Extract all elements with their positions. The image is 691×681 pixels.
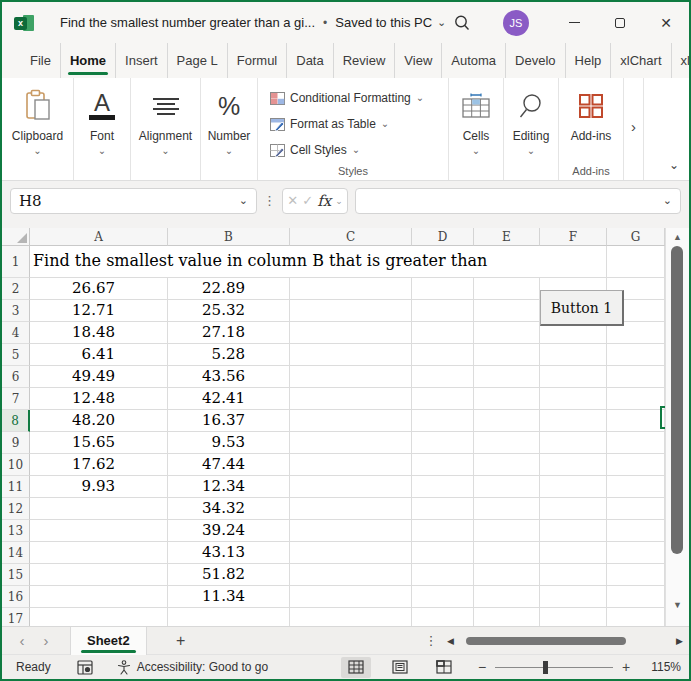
scroll-right-icon[interactable]: ▶ <box>676 636 683 646</box>
row-header-6[interactable]: 6 <box>2 366 30 388</box>
new-sheet-button[interactable]: + <box>169 632 193 650</box>
cell-C15[interactable] <box>290 564 412 586</box>
cell-E16[interactable] <box>474 586 540 608</box>
zoom-slider-thumb[interactable] <box>543 661 548 674</box>
column-header-e[interactable]: E <box>474 228 540 246</box>
menu-tab-pagel[interactable]: Page L <box>168 43 228 78</box>
cell-C8[interactable] <box>290 410 412 432</box>
ribbon-more-button[interactable]: › <box>624 78 644 180</box>
scroll-up-icon[interactable]: ▲ <box>666 232 689 242</box>
cell-D16[interactable] <box>412 586 474 608</box>
cell-C4[interactable] <box>290 322 412 344</box>
menu-tab-data[interactable]: Data <box>287 43 333 78</box>
cell-D3[interactable] <box>412 300 474 322</box>
cell-B7[interactable]: 42.41 <box>168 388 290 410</box>
cell-C9[interactable] <box>290 432 412 454</box>
cell-A15[interactable] <box>30 564 168 586</box>
close-button[interactable]: ✕ <box>643 7 689 39</box>
cell-B10[interactable]: 47.44 <box>168 454 290 476</box>
cell-E3[interactable] <box>474 300 540 322</box>
cell-D5[interactable] <box>412 344 474 366</box>
cell-G14[interactable] <box>607 542 665 564</box>
cell-F13[interactable] <box>540 520 607 542</box>
horizontal-scrollbar-thumb[interactable] <box>466 637 626 645</box>
cell-C7[interactable] <box>290 388 412 410</box>
cell-B12[interactable]: 34.32 <box>168 498 290 520</box>
cell-E7[interactable] <box>474 388 540 410</box>
menu-tab-automa[interactable]: Automa <box>442 43 506 78</box>
menu-tab-xlwings[interactable]: xlwings <box>672 43 689 78</box>
cells-group-button[interactable]: Cells ⌄ <box>449 78 504 180</box>
cell-G11[interactable] <box>607 476 665 498</box>
cell-F12[interactable] <box>540 498 607 520</box>
zoom-out-button[interactable]: − <box>475 659 489 675</box>
cell-F9[interactable] <box>540 432 607 454</box>
cell-F10[interactable] <box>540 454 607 476</box>
avatar[interactable]: JS <box>503 10 529 36</box>
cell-C11[interactable] <box>290 476 412 498</box>
cell-C10[interactable] <box>290 454 412 476</box>
cell-E14[interactable] <box>474 542 540 564</box>
cell-F8[interactable] <box>540 410 607 432</box>
form-control-button[interactable]: Button 1 <box>540 290 624 326</box>
cell-E11[interactable] <box>474 476 540 498</box>
cell-G16[interactable] <box>607 586 665 608</box>
cell-G9[interactable] <box>607 432 665 454</box>
cell-B6[interactable]: 43.56 <box>168 366 290 388</box>
cell-G17[interactable] <box>607 608 665 626</box>
cell-F7[interactable] <box>540 388 607 410</box>
cell-A6[interactable]: 49.49 <box>30 366 168 388</box>
cell-F17[interactable] <box>540 608 607 626</box>
cell-D10[interactable] <box>412 454 474 476</box>
row-header-14[interactable]: 14 <box>2 542 30 564</box>
row-header-4[interactable]: 4 <box>2 322 30 344</box>
row-header-8[interactable]: 8 <box>2 410 30 432</box>
tabbar-dots-icon[interactable]: ⋮ <box>421 633 441 648</box>
format-as-table-button[interactable]: Format as Table ⌄ <box>270 111 389 137</box>
select-all-button[interactable] <box>2 228 30 246</box>
cell-E6[interactable] <box>474 366 540 388</box>
cell-E2[interactable] <box>474 278 540 300</box>
row-header-2[interactable]: 2 <box>2 278 30 300</box>
menu-tab-formul[interactable]: Formul <box>228 43 287 78</box>
cell-G5[interactable] <box>607 344 665 366</box>
row-header-11[interactable]: 11 <box>2 476 30 498</box>
minimize-button[interactable] <box>551 7 597 39</box>
menu-tab-help[interactable]: Help <box>566 43 612 78</box>
row-header-1[interactable]: 1 <box>2 246 30 278</box>
maximize-button[interactable] <box>597 7 643 39</box>
cell-A2[interactable]: 26.67 <box>30 278 168 300</box>
scroll-left-icon[interactable]: ◀ <box>447 636 454 646</box>
enter-check-icon[interactable]: ✓ <box>302 193 313 208</box>
cell-G8[interactable] <box>607 410 665 432</box>
insert-function-button[interactable]: fx <box>317 192 331 210</box>
menu-tab-review[interactable]: Review <box>334 43 396 78</box>
vertical-scrollbar-thumb[interactable] <box>671 246 683 554</box>
search-icon[interactable] <box>447 8 477 38</box>
cell-E4[interactable] <box>474 322 540 344</box>
cell-A13[interactable] <box>30 520 168 542</box>
cell-D11[interactable] <box>412 476 474 498</box>
cell-D14[interactable] <box>412 542 474 564</box>
formula-input[interactable]: ⌄ <box>355 188 681 214</box>
cell-B17[interactable] <box>168 608 290 626</box>
column-header-f[interactable]: F <box>540 228 607 246</box>
cell-E10[interactable] <box>474 454 540 476</box>
cell-C2[interactable] <box>290 278 412 300</box>
row-header-16[interactable]: 16 <box>2 586 30 608</box>
cell-B9[interactable]: 9.53 <box>168 432 290 454</box>
cell-E13[interactable] <box>474 520 540 542</box>
cell-styles-button[interactable]: Cell Styles ⌄ <box>270 137 360 163</box>
row-header-9[interactable]: 9 <box>2 432 30 454</box>
horizontal-scrollbar-track[interactable] <box>458 635 672 647</box>
cell-C5[interactable] <box>290 344 412 366</box>
cell-B2[interactable]: 22.89 <box>168 278 290 300</box>
name-box[interactable]: H8 ⌄ <box>10 188 257 214</box>
cell-D13[interactable] <box>412 520 474 542</box>
cell-B13[interactable]: 39.24 <box>168 520 290 542</box>
cell-D17[interactable] <box>412 608 474 626</box>
clipboard-group-button[interactable]: Clipboard ⌄ <box>2 78 74 180</box>
cell-E5[interactable] <box>474 344 540 366</box>
cell-A7[interactable]: 12.48 <box>30 388 168 410</box>
menu-tab-view[interactable]: View <box>395 43 442 78</box>
